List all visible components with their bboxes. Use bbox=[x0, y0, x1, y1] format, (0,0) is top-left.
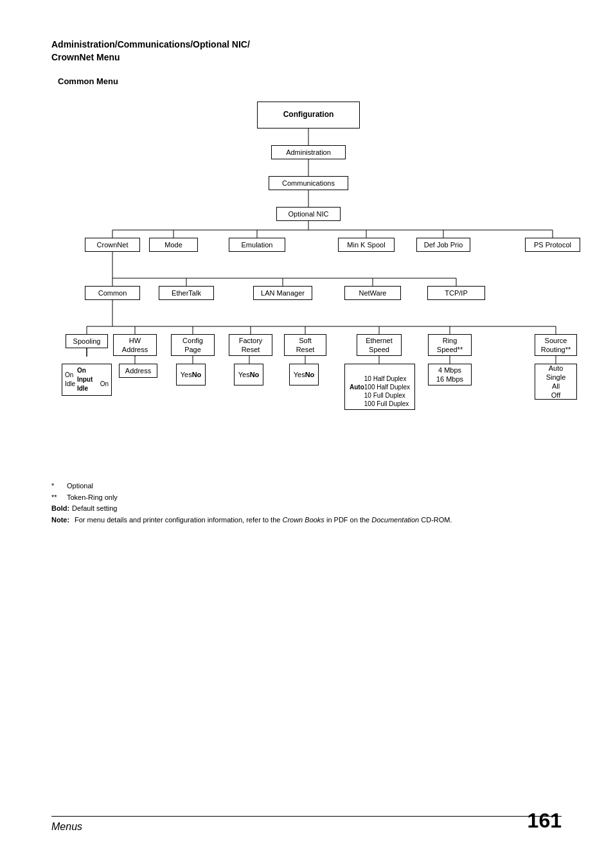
footnote-bold-label: Bold: bbox=[51, 503, 69, 515]
footnote-note: Note: For menu details and printer confi… bbox=[51, 515, 501, 526]
node-ethernet-speed: EthernetSpeed bbox=[357, 334, 402, 356]
node-common: Common bbox=[85, 286, 140, 300]
node-hw-address: HWAddress bbox=[113, 334, 157, 356]
node-ps-protocol: PS Protocol bbox=[525, 238, 580, 252]
node-source-options: AutoSingleAllOff bbox=[535, 364, 577, 400]
node-on-idle: On IdleOn Input IdleOn bbox=[62, 364, 112, 396]
footnote-note-text: For menu details and printer configurati… bbox=[75, 515, 452, 526]
node-ring-speeds: 4 Mbps16 Mbps bbox=[428, 364, 472, 385]
node-ring-speed: RingSpeed** bbox=[428, 334, 472, 356]
section-title: Common Menu bbox=[58, 76, 562, 86]
node-yes-no-2: YesNo bbox=[234, 364, 263, 385]
footer: Menus 161 bbox=[51, 809, 562, 833]
node-administration: Administration bbox=[271, 145, 346, 159]
footnote-bold: Bold: Default setting bbox=[51, 503, 562, 515]
node-source-routing: SourceRouting** bbox=[535, 334, 577, 356]
node-spooling: Spooling bbox=[66, 334, 108, 348]
footnote-note-label: Note: bbox=[51, 515, 72, 526]
node-address: Address bbox=[119, 364, 157, 378]
node-yes-no-3: YesNo bbox=[289, 364, 319, 385]
node-crownnet: CrownNet bbox=[85, 238, 140, 252]
page-heading: Administration/Communications/Optional N… bbox=[51, 39, 562, 64]
footnote-2-label: ** bbox=[51, 492, 64, 504]
footer-page-number: 161 bbox=[528, 809, 562, 833]
node-config-page: ConfigPage bbox=[171, 334, 215, 356]
node-factory-reset: FactoryReset bbox=[229, 334, 272, 356]
node-def-job-prio: Def Job Prio bbox=[416, 238, 470, 252]
node-soft-reset: SoftReset bbox=[284, 334, 326, 356]
node-lan-manager: LAN Manager bbox=[253, 286, 312, 300]
node-optional-nic: Optional NIC bbox=[276, 207, 341, 221]
footnote-1-label: * bbox=[51, 481, 64, 492]
node-min-k-spool: Min K Spool bbox=[338, 238, 395, 252]
footnote-1-text: Optional bbox=[67, 481, 93, 492]
node-auto-speeds: Auto10 Half Duplex100 Half Duplex10 Full… bbox=[344, 364, 415, 410]
footnote-2: ** Token-Ring only bbox=[51, 492, 562, 504]
node-tcp-ip: TCP/IP bbox=[427, 286, 485, 300]
node-yes-no-1: YesNo bbox=[176, 364, 206, 385]
tree-diagram: Configuration Administration Communicati… bbox=[51, 95, 562, 468]
footnote-2-text: Token-Ring only bbox=[67, 492, 118, 504]
footnote-bold-text: Default setting bbox=[72, 503, 117, 515]
node-netware: NetWare bbox=[344, 286, 401, 300]
footer-label: Menus bbox=[51, 821, 82, 833]
footnote-1: * Optional bbox=[51, 481, 562, 492]
node-ethertalk: EtherTalk bbox=[159, 286, 214, 300]
node-configuration: Configuration bbox=[257, 102, 360, 128]
node-mode: Mode bbox=[149, 238, 198, 252]
node-emulation: Emulation bbox=[229, 238, 285, 252]
page: Administration/Communications/Optional N… bbox=[0, 0, 613, 868]
footnotes: * Optional ** Token-Ring only Bold: Defa… bbox=[51, 481, 562, 526]
node-communications: Communications bbox=[269, 176, 348, 190]
